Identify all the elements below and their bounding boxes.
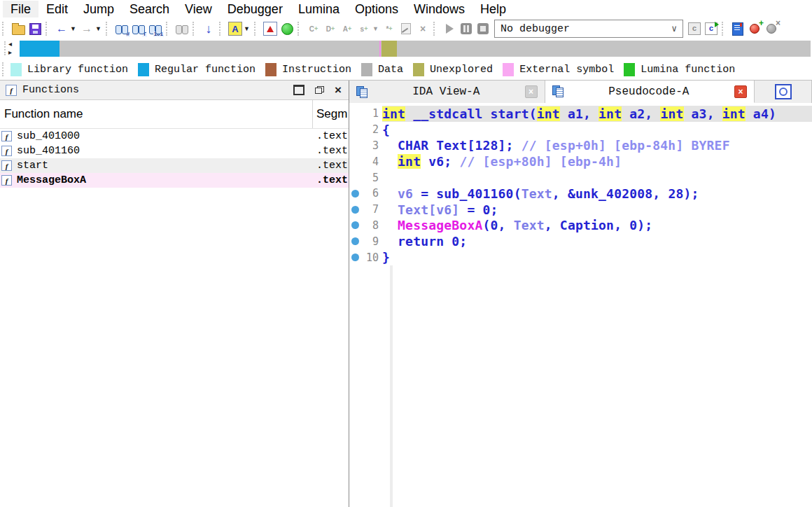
menu-item-debugger[interactable]: Debugger [220, 1, 290, 18]
code-line-9[interactable]: 9 return 0; [349, 233, 812, 249]
add-breakpoint-icon[interactable]: + [747, 20, 762, 37]
name-highlight-chevron-icon[interactable]: ▼ [244, 25, 252, 32]
menu-item-view[interactable]: View [177, 1, 220, 18]
menu-item-search[interactable]: Search [122, 1, 177, 18]
column-function-name[interactable]: Function name [0, 107, 83, 121]
run-source-icon[interactable]: c [704, 20, 719, 37]
close-icon[interactable]: × [335, 85, 342, 95]
jump-address-icon[interactable]: ↓ [201, 20, 216, 37]
code-line-4[interactable]: 4 int v6; // [esp+80h] [ebp-4h] [349, 153, 812, 169]
code-token[interactable]: , Caption, 0); [545, 218, 653, 232]
toolbar-drag-handle[interactable] [106, 22, 110, 36]
toolbar-drag-handle[interactable] [298, 22, 302, 36]
name-highlight-icon[interactable]: A [227, 20, 243, 37]
tab-overview[interactable] [755, 81, 812, 103]
forward-history-chevron-icon[interactable]: ▼ [95, 25, 104, 32]
open-file-icon[interactable] [10, 20, 26, 37]
navigation-band[interactable]: ▼ [20, 41, 811, 57]
code-token[interactable]: int [382, 106, 405, 121]
code-line-10[interactable]: 10} [349, 249, 812, 265]
function-row-MessageBoxA[interactable]: fMessageBoxA.text [0, 173, 349, 188]
navband-segment-regular-function[interactable] [20, 41, 59, 57]
code-token[interactable]: a4) [746, 106, 776, 121]
tab-ida-view-a[interactable]: IDA View-A × [349, 81, 545, 103]
pseudocode-view[interactable]: 1int __stdcall start(int a1, int a2, int… [349, 103, 812, 507]
tab-close-icon[interactable]: × [734, 85, 747, 98]
create-string-icon[interactable]: s+ [356, 20, 372, 37]
image-base-icon[interactable] [262, 20, 278, 37]
code-token[interactable]: int [660, 106, 683, 121]
code-token[interactable]: int [598, 106, 622, 121]
search-binoculars-text-icon[interactable]: T [131, 20, 146, 37]
navband-scroll-left-icon[interactable]: ◂ [8, 40, 12, 48]
navband-segment-unexplored[interactable] [382, 41, 397, 57]
code-token[interactable]: = 0; [459, 202, 498, 217]
code-token[interactable]: { [382, 123, 390, 137]
save-icon[interactable] [27, 20, 43, 37]
stop-process-icon[interactable] [475, 20, 491, 37]
code-token[interactable]: int [722, 106, 746, 121]
create-string-chevron-icon[interactable]: ▼ [372, 25, 381, 32]
code-token[interactable]: a2, [622, 106, 660, 121]
create-code-icon[interactable]: C+ [306, 20, 321, 37]
code-token[interactable]: } [382, 250, 390, 265]
menu-item-edit[interactable]: Edit [38, 1, 76, 18]
toolbar-drag-handle[interactable] [192, 22, 197, 36]
navband-scroll-right-icon[interactable]: ▸ [8, 48, 12, 57]
code-token[interactable]: // [esp+80h] [ebp-4h] [459, 154, 622, 169]
code-token[interactable] [382, 154, 398, 169]
toolbar-drag-handle[interactable] [166, 22, 170, 36]
debugger-select[interactable]: No debugger ∨ [494, 20, 683, 38]
search-binoculars-hex-icon[interactable]: # [114, 20, 130, 37]
code-token[interactable]: = sub_401160( [413, 186, 522, 201]
tab-pseudocode-a[interactable]: Pseudocode-A × [545, 81, 755, 103]
code-line-2[interactable]: 2{ [349, 122, 812, 138]
code-token[interactable]: MessageBoxA [398, 218, 482, 232]
breakpoint-dot-icon[interactable] [351, 206, 359, 214]
code-line-6[interactable]: 6 v6 = sub_401160(Text, &unk_402008, 28)… [349, 186, 812, 202]
code-token[interactable] [382, 218, 398, 232]
navband-external-symbol-line[interactable] [379, 41, 381, 57]
tab-close-icon[interactable]: × [525, 85, 538, 98]
code-token[interactable]: (0, [482, 218, 513, 232]
breakpoint-dot-icon[interactable] [351, 254, 359, 261]
code-token[interactable]: a1, [560, 106, 598, 121]
code-line-text[interactable]: CHAR Text[128]; // [esp+0h] [ebp-84h] BY… [382, 138, 812, 154]
toolbar-drag-handle[interactable] [433, 22, 438, 36]
menu-item-options[interactable]: Options [347, 1, 406, 18]
step-source-icon[interactable]: c [687, 20, 702, 37]
legend-drag-handle[interactable] [2, 62, 6, 76]
toolbar-drag-handle[interactable] [254, 22, 258, 36]
code-token[interactable]: CHAR Text[128]; [382, 138, 522, 153]
code-token[interactable]: // [esp+0h] [ebp-84h] BYREF [522, 138, 730, 153]
create-data-icon[interactable]: D+ [323, 20, 338, 37]
code-token[interactable]: Text [514, 218, 545, 232]
debug-windows-icon[interactable] [730, 20, 746, 37]
code-token[interactable]: a3, [684, 106, 722, 121]
breakpoint-dot-icon[interactable] [351, 237, 359, 245]
code-line-text[interactable]: v6 = sub_401160(Text, &unk_402008, 28); [382, 186, 812, 202]
code-token[interactable]: __stdcall start( [405, 106, 537, 121]
code-token[interactable]: Text [522, 186, 552, 201]
back-icon[interactable]: ← [54, 20, 69, 37]
toolbar-drag-handle[interactable] [46, 22, 50, 36]
code-line-text[interactable]: int v6; // [esp+80h] [ebp-4h] [382, 153, 812, 169]
code-token[interactable] [382, 202, 398, 217]
toolbar-drag-handle[interactable] [722, 22, 726, 36]
code-line-text[interactable]: return 0; [382, 233, 812, 249]
create-struct-icon[interactable]: *+ [382, 20, 397, 37]
restore-icon[interactable] [315, 86, 324, 94]
function-row-start[interactable]: fstart.text [0, 158, 349, 173]
search-next-icon[interactable] [174, 20, 190, 37]
code-line-text[interactable]: int __stdcall start(int a1, int a2, int … [382, 106, 812, 122]
code-token[interactable]: v6 [398, 186, 413, 201]
delete-breakpoint-icon[interactable]: × [764, 20, 779, 37]
code-line-1[interactable]: 1int __stdcall start(int a1, int a2, int… [349, 106, 812, 122]
code-token[interactable]: return 0; [382, 234, 467, 249]
start-process-icon[interactable] [442, 20, 457, 37]
column-segment[interactable]: Segm [316, 107, 347, 121]
code-line-text[interactable] [382, 169, 812, 186]
toolbar-drag-handle[interactable] [219, 22, 223, 36]
column-divider[interactable] [312, 100, 313, 128]
code-line-text[interactable]: { [382, 122, 812, 138]
